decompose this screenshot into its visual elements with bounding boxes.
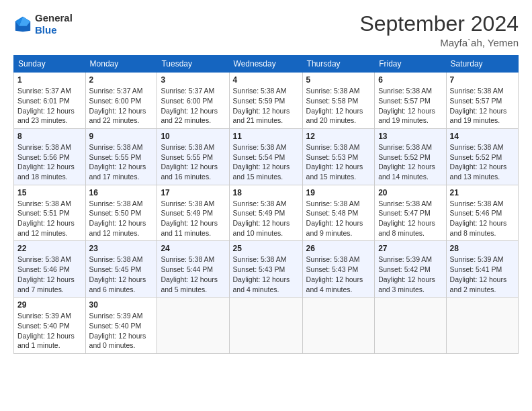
calendar-cell [375,298,446,354]
col-tuesday: Tuesday [157,56,229,73]
day-number: 15 [17,188,82,197]
week-row-5: 29 Sunrise: 5:39 AMSunset: 5:40 PMDaylig… [14,298,519,354]
calendar-cell: 1 Sunrise: 5:37 AMSunset: 6:01 PMDayligh… [14,73,86,129]
day-number: 30 [89,300,154,310]
day-number: 3 [161,75,225,85]
calendar-cell: 12 Sunrise: 5:38 AMSunset: 5:53 PMDaylig… [302,128,375,185]
calendar-cell [446,298,518,354]
calendar-cell: 16 Sunrise: 5:38 AMSunset: 5:50 PMDaylig… [85,185,157,241]
day-info: Sunrise: 5:38 AMSunset: 5:44 PMDaylight:… [161,255,218,293]
week-row-1: 1 Sunrise: 5:37 AMSunset: 6:01 PMDayligh… [14,73,519,129]
calendar-cell: 18 Sunrise: 5:38 AMSunset: 5:49 PMDaylig… [229,185,302,241]
day-info: Sunrise: 5:37 AMSunset: 6:01 PMDaylight:… [17,87,75,124]
calendar-cell: 8 Sunrise: 5:38 AMSunset: 5:56 PMDayligh… [14,128,86,185]
day-info: Sunrise: 5:38 AMSunset: 5:53 PMDaylight:… [306,143,363,181]
calendar-cell: 22 Sunrise: 5:38 AMSunset: 5:46 PMDaylig… [14,241,86,298]
calendar-cell: 4 Sunrise: 5:38 AMSunset: 5:59 PMDayligh… [229,73,302,129]
col-sunday: Sunday [14,56,86,73]
week-row-2: 8 Sunrise: 5:38 AMSunset: 5:56 PMDayligh… [14,128,519,185]
day-number: 20 [378,188,442,197]
col-monday: Monday [85,56,157,73]
week-row-3: 15 Sunrise: 5:38 AMSunset: 5:51 PMDaylig… [14,185,519,241]
calendar-cell [157,298,229,354]
day-number: 29 [17,300,82,310]
day-info: Sunrise: 5:38 AMSunset: 5:43 PMDaylight:… [233,255,290,293]
day-info: Sunrise: 5:39 AMSunset: 5:40 PMDaylight:… [89,312,146,349]
day-info: Sunrise: 5:38 AMSunset: 5:46 PMDaylight:… [17,255,75,293]
day-number: 28 [450,244,515,253]
day-number: 7 [450,75,515,85]
calendar-cell: 26 Sunrise: 5:38 AMSunset: 5:43 PMDaylig… [302,241,375,298]
day-number: 11 [233,132,299,141]
calendar-cell: 21 Sunrise: 5:38 AMSunset: 5:46 PMDaylig… [446,185,518,241]
calendar-cell: 25 Sunrise: 5:38 AMSunset: 5:43 PMDaylig… [229,241,302,298]
day-info: Sunrise: 5:37 AMSunset: 6:00 PMDaylight:… [161,87,218,124]
day-number: 17 [161,188,225,197]
col-wednesday: Wednesday [229,56,302,73]
day-info: Sunrise: 5:38 AMSunset: 5:49 PMDaylight:… [161,199,218,237]
day-number: 6 [378,75,442,85]
day-info: Sunrise: 5:38 AMSunset: 5:59 PMDaylight:… [233,87,290,124]
day-info: Sunrise: 5:38 AMSunset: 5:52 PMDaylight:… [378,143,435,181]
calendar-cell: 11 Sunrise: 5:38 AMSunset: 5:54 PMDaylig… [229,128,302,185]
day-number: 2 [89,75,154,85]
day-info: Sunrise: 5:38 AMSunset: 5:47 PMDaylight:… [378,199,435,237]
day-info: Sunrise: 5:38 AMSunset: 5:55 PMDaylight:… [89,143,146,181]
calendar-cell: 30 Sunrise: 5:39 AMSunset: 5:40 PMDaylig… [85,298,157,354]
page-header: General Blue September 2024 Mayfa`ah, Ye… [13,12,519,48]
day-info: Sunrise: 5:38 AMSunset: 5:46 PMDaylight:… [450,199,507,237]
col-saturday: Saturday [446,56,518,73]
calendar-cell: 28 Sunrise: 5:39 AMSunset: 5:41 PMDaylig… [446,241,518,298]
location-title: Mayfa`ah, Yemen [359,37,519,48]
day-info: Sunrise: 5:38 AMSunset: 5:48 PMDaylight:… [306,199,363,237]
month-title: September 2024 [359,12,519,36]
day-number: 9 [89,132,154,141]
logo: General Blue [13,12,73,36]
calendar-cell: 20 Sunrise: 5:38 AMSunset: 5:47 PMDaylig… [375,185,446,241]
calendar-cell: 3 Sunrise: 5:37 AMSunset: 6:00 PMDayligh… [157,73,229,129]
calendar-page: General Blue September 2024 Mayfa`ah, Ye… [0,0,532,411]
calendar-header-row: Sunday Monday Tuesday Wednesday Thursday… [14,56,519,73]
day-number: 14 [450,132,515,141]
day-number: 23 [89,244,154,253]
week-row-4: 22 Sunrise: 5:38 AMSunset: 5:46 PMDaylig… [14,241,519,298]
calendar-cell: 5 Sunrise: 5:38 AMSunset: 5:58 PMDayligh… [302,73,375,129]
calendar-cell: 27 Sunrise: 5:39 AMSunset: 5:42 PMDaylig… [375,241,446,298]
day-number: 1 [17,75,82,85]
day-info: Sunrise: 5:38 AMSunset: 5:57 PMDaylight:… [450,87,507,124]
day-info: Sunrise: 5:37 AMSunset: 6:00 PMDaylight:… [89,87,146,124]
calendar-cell [302,298,375,354]
day-info: Sunrise: 5:38 AMSunset: 5:55 PMDaylight:… [161,143,218,181]
day-number: 5 [306,75,371,85]
col-thursday: Thursday [302,56,375,73]
day-number: 18 [233,188,299,197]
calendar-cell: 17 Sunrise: 5:38 AMSunset: 5:49 PMDaylig… [157,185,229,241]
day-info: Sunrise: 5:38 AMSunset: 5:50 PMDaylight:… [89,199,146,237]
day-number: 13 [378,132,442,141]
col-friday: Friday [375,56,446,73]
day-info: Sunrise: 5:38 AMSunset: 5:52 PMDaylight:… [450,143,507,181]
calendar-cell: 2 Sunrise: 5:37 AMSunset: 6:00 PMDayligh… [85,73,157,129]
day-info: Sunrise: 5:39 AMSunset: 5:40 PMDaylight:… [17,312,75,349]
calendar-cell: 19 Sunrise: 5:38 AMSunset: 5:48 PMDaylig… [302,185,375,241]
calendar-cell: 6 Sunrise: 5:38 AMSunset: 5:57 PMDayligh… [375,73,446,129]
calendar-cell: 14 Sunrise: 5:38 AMSunset: 5:52 PMDaylig… [446,128,518,185]
calendar-cell: 23 Sunrise: 5:38 AMSunset: 5:45 PMDaylig… [85,241,157,298]
logo-icon [13,15,32,34]
day-number: 16 [89,188,154,197]
day-info: Sunrise: 5:38 AMSunset: 5:45 PMDaylight:… [89,255,146,293]
calendar-cell: 9 Sunrise: 5:38 AMSunset: 5:55 PMDayligh… [85,128,157,185]
calendar-cell: 7 Sunrise: 5:38 AMSunset: 5:57 PMDayligh… [446,73,518,129]
day-number: 24 [161,244,225,253]
calendar-cell: 24 Sunrise: 5:38 AMSunset: 5:44 PMDaylig… [157,241,229,298]
day-number: 25 [233,244,299,253]
day-info: Sunrise: 5:38 AMSunset: 5:49 PMDaylight:… [233,199,290,237]
day-info: Sunrise: 5:38 AMSunset: 5:58 PMDaylight:… [306,87,363,124]
calendar-table: Sunday Monday Tuesday Wednesday Thursday… [13,55,519,354]
day-info: Sunrise: 5:38 AMSunset: 5:54 PMDaylight:… [233,143,290,181]
day-info: Sunrise: 5:39 AMSunset: 5:41 PMDaylight:… [450,255,507,293]
day-number: 22 [17,244,82,253]
title-block: September 2024 Mayfa`ah, Yemen [359,12,519,48]
day-number: 27 [378,244,442,253]
day-info: Sunrise: 5:38 AMSunset: 5:51 PMDaylight:… [17,199,75,237]
